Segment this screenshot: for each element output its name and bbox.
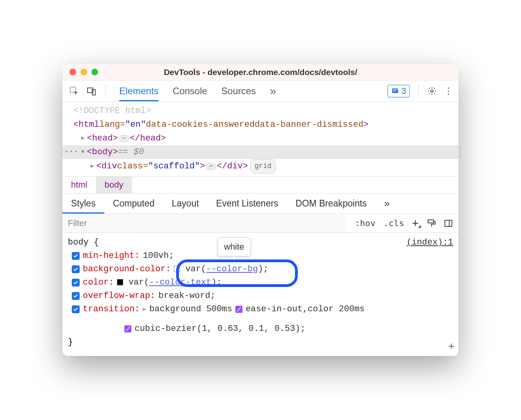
dom-head-element[interactable]: ▶<head>⋯</head> (62, 131, 459, 145)
collapse-triangle-icon[interactable]: ▼ (81, 145, 84, 159)
prop-background-color[interactable]: background-color: var(--color-bg); (68, 263, 453, 276)
prop-overflow-wrap[interactable]: overflow-wrap: break-word; (68, 289, 453, 303)
grid-badge[interactable]: grid (250, 159, 276, 173)
main-toolbar: Elements Console Sources » 3 ⋮ (62, 80, 459, 102)
expand-triangle-icon[interactable]: ▶ (143, 303, 146, 316)
new-rule-icon[interactable]: +◢ (412, 217, 419, 230)
inspect-element-icon[interactable] (69, 86, 79, 96)
rule-close-brace: } (68, 336, 453, 349)
cls-toggle[interactable]: .cls (383, 218, 404, 228)
settings-gear-icon[interactable] (427, 86, 437, 96)
svg-rect-3 (392, 88, 398, 93)
subtab-dom-breakpoints[interactable]: DOM Breakpoints (287, 194, 375, 214)
prop-checkbox[interactable] (72, 265, 80, 273)
ellipsis-badge[interactable]: ⋯ (119, 135, 129, 142)
dom-tree-panel[interactable]: <!DOCTYPE html> <html lang="en" data-coo… (62, 102, 459, 176)
rule-selector[interactable]: body { (68, 236, 453, 249)
dom-div-scaffold[interactable]: ▶<div class="scaffold">⋯</div>grid (62, 159, 459, 173)
css-var-link[interactable]: --color-text (149, 278, 211, 287)
prop-checkbox[interactable] (72, 252, 80, 260)
styles-tabs: Styles Computed Layout Event Listeners D… (62, 194, 459, 214)
subtab-layout[interactable]: Layout (163, 194, 208, 214)
issues-badge[interactable]: 3 (388, 85, 410, 97)
tab-sources[interactable]: Sources (221, 80, 256, 101)
subtabs-overflow-icon[interactable]: » (375, 194, 398, 214)
crumb-html[interactable]: html (62, 177, 96, 193)
titlebar: DevTools - developer.chrome.com/docs/dev… (62, 64, 459, 80)
svg-rect-5 (428, 220, 434, 223)
crumb-body[interactable]: body (96, 177, 132, 193)
dom-body-element[interactable]: ••• ▼<body> == $0 (62, 145, 459, 159)
subtab-event-listeners[interactable]: Event Listeners (208, 194, 287, 214)
devtools-window: DevTools - developer.chrome.com/docs/dev… (62, 64, 459, 356)
traffic-lights (62, 69, 98, 75)
svg-point-4 (431, 90, 433, 92)
divider (418, 84, 419, 98)
maximize-window-button[interactable] (91, 69, 98, 75)
subtab-computed[interactable]: Computed (104, 194, 163, 214)
gutter-ellipsis-icon[interactable]: ••• (65, 145, 78, 159)
subtab-styles[interactable]: Styles (62, 194, 104, 214)
more-menu-icon[interactable]: ⋮ (444, 86, 453, 96)
expand-triangle-icon[interactable]: ▶ (81, 131, 84, 145)
paint-icon[interactable] (426, 219, 436, 228)
expand-triangle-icon[interactable]: ▶ (91, 173, 94, 176)
dom-doctype[interactable]: <!DOCTYPE html> (62, 104, 459, 118)
dom-announcement-banner[interactable]: ▶<announcement-banner class="cookie-bann… (62, 173, 459, 176)
dom-html-element[interactable]: <html lang="en" data-cookies-answered da… (62, 118, 459, 131)
css-var-link[interactable]: --color-bg (206, 264, 258, 274)
styles-filter-input[interactable] (62, 214, 346, 232)
issues-count: 3 (401, 86, 406, 96)
tab-elements[interactable]: Elements (119, 80, 158, 101)
easing-swatch-icon[interactable] (124, 325, 131, 332)
color-swatch-icon[interactable] (174, 266, 180, 272)
prop-checkbox[interactable] (72, 279, 80, 287)
prop-transition[interactable]: transition: ▶ background 500ms ease-in-o… (68, 303, 453, 336)
styles-panel[interactable]: (index):1 body { min-height: 100vh; back… (62, 233, 459, 356)
close-window-button[interactable] (69, 69, 76, 75)
tab-console[interactable]: Console (173, 80, 207, 101)
minimize-window-button[interactable] (80, 69, 87, 75)
panel-toggle-icon[interactable] (444, 219, 453, 228)
divider (106, 84, 106, 98)
tabs-overflow-icon[interactable]: » (270, 80, 276, 101)
prop-checkbox[interactable] (72, 305, 80, 313)
hov-toggle[interactable]: :hov (355, 218, 375, 228)
prop-min-height[interactable]: min-height: 100vh; (68, 249, 453, 263)
prop-color[interactable]: color: var(--color-text); (68, 276, 453, 289)
device-toolbar-icon[interactable] (87, 86, 96, 96)
color-swatch-icon[interactable] (117, 279, 123, 285)
styles-filter-row: :hov .cls +◢ (62, 214, 459, 233)
prop-checkbox[interactable] (72, 292, 80, 300)
svg-rect-6 (445, 220, 452, 226)
easing-swatch-icon[interactable] (235, 306, 242, 313)
ellipsis-badge[interactable]: ⋯ (206, 163, 216, 170)
expand-triangle-icon[interactable]: ▶ (91, 159, 94, 173)
breadcrumb: html body (62, 176, 459, 194)
rule-source-link[interactable]: (index):1 (406, 236, 453, 249)
window-title: DevTools - developer.chrome.com/docs/dev… (62, 68, 459, 77)
add-property-icon[interactable]: + (448, 340, 455, 354)
color-tooltip: white (217, 237, 251, 256)
